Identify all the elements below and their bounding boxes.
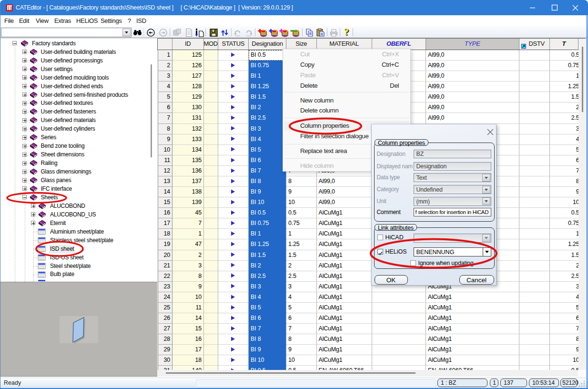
svg-text:?: ?	[344, 28, 349, 37]
